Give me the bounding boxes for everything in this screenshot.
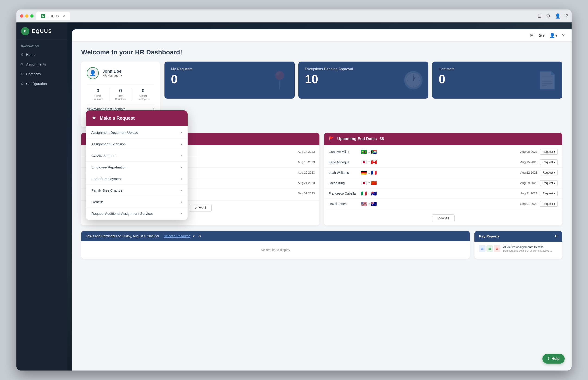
table-icon[interactable]: ▦ (486, 245, 493, 252)
upcoming-end-body: Gustave Miller 🇧🇷to🇿🇦 Aug 08 2023 Reques… (324, 145, 562, 211)
tasks-section: Tasks and Reminders on Friday, August 4,… (81, 231, 470, 259)
maximize-dot[interactable] (30, 14, 34, 18)
minimize-dot[interactable] (25, 14, 28, 18)
request-button[interactable]: Request ▾ (540, 159, 558, 165)
nav-label: NAVIGATION (17, 40, 67, 50)
request-menu-item-doc-upload[interactable]: Assignment Document Upload › (86, 127, 188, 138)
request-button[interactable]: Request ▾ (540, 180, 558, 186)
request-menu-item-generic[interactable]: Generic › (86, 196, 188, 208)
chevron-right-icon: › (181, 142, 182, 147)
make-request-header: ✦ Make a Request (86, 110, 188, 126)
document-icon: 📄 (537, 70, 558, 90)
filter-header-icon[interactable]: ⊟ (530, 33, 534, 38)
reports-body: ⊞ ▦ ⊠ All Active Assignments Details Dem… (475, 242, 562, 256)
sidebar: E EQUUS NAVIGATION ⎋ Home ⎋ Assignments … (17, 22, 67, 371)
browser-dots (20, 14, 34, 18)
company-icon: ⎋ (21, 72, 23, 76)
metric-card-my-requests[interactable]: My Requests 0 📍 (165, 61, 295, 99)
stat-home-countries: 0 HomeCountries (87, 88, 110, 101)
help-icon[interactable]: ? (565, 13, 568, 19)
sidebar-item-home-label: Home (26, 53, 35, 57)
list-item: ⊞ ▦ ⊠ All Active Assignments Details Dem… (479, 245, 558, 252)
make-request-body: Assignment Document Upload › Assignment … (86, 126, 188, 220)
view-all-end-row: View All (324, 211, 562, 225)
request-menu-item-end-of-employment[interactable]: End of Employment › (86, 173, 188, 185)
table-row: Gustave Miller 🇧🇷to🇿🇦 Aug 08 2023 Reques… (324, 147, 562, 157)
table-row: Francesco Cabella 🇮🇹to🇦🇺 Aug 31 2023 Req… (324, 188, 562, 199)
tasks-settings-icon[interactable]: ⚙ (198, 234, 201, 238)
flag-icon: 🚩 (329, 136, 334, 142)
help-circle-icon: ? (548, 357, 550, 361)
make-request-overlay: ✦ Make a Request Assignment Document Upl… (86, 110, 188, 220)
request-button[interactable]: Request ▾ (540, 201, 558, 207)
page-title: Welcome to your HR Dashboard! (81, 49, 562, 56)
configuration-icon: ⎋ (21, 81, 23, 86)
clock-icon: 🕐 (403, 70, 424, 90)
tasks-body: No results to display (81, 241, 470, 259)
pdf-icon[interactable]: ⊠ (494, 245, 500, 252)
request-button[interactable]: Request ▾ (540, 170, 558, 175)
sidebar-item-configuration-label: Configuration (26, 82, 47, 86)
table-row: Hazel Jones 🇺🇸to🇦🇺 Sep 01 2023 Request ▾ (324, 199, 562, 209)
request-menu-item-extension[interactable]: Assignment Extension › (86, 138, 188, 150)
metric-card-exceptions[interactable]: Exceptions Pending Approval 10 🕐 (298, 61, 429, 99)
bottom-row: Tasks and Reminders on Friday, August 4,… (81, 231, 562, 259)
make-request-icon: ✦ (91, 114, 96, 122)
view-all-end-button[interactable]: View All (432, 214, 455, 222)
user-info: 👤 John Doe HR Manager ▾ (87, 67, 154, 79)
chevron-right-icon: › (181, 165, 182, 170)
logo-text: EQUUS (32, 28, 52, 34)
tasks-header: Tasks and Reminders on Friday, August 4,… (81, 231, 470, 241)
location-pin-icon: 📍 (269, 70, 290, 90)
upcoming-end-section: 🚩 Upcoming End Dates 38 Gustave Miller 🇧… (324, 133, 562, 225)
select-resource-link[interactable]: Select a Resource (164, 234, 190, 238)
stat-host-countries: 0 HostCountries (110, 88, 132, 101)
stat-global-employees: 0 GlobalEmployees (132, 88, 154, 101)
sidebar-item-company-label: Company (26, 72, 41, 76)
chevron-right-icon: › (181, 211, 182, 216)
user-menu-icon[interactable]: 👤 (555, 13, 561, 19)
chevron-right-icon: › (181, 130, 182, 135)
chevron-right-icon: › (181, 199, 182, 204)
reports-header: Key Reports ↻ (475, 231, 562, 242)
close-dot[interactable] (20, 14, 23, 18)
request-button[interactable]: Request ▾ (540, 191, 558, 196)
browser-tab[interactable]: E EQUUS × (36, 12, 70, 20)
upcoming-end-header: 🚩 Upcoming End Dates 38 (324, 133, 562, 145)
sidebar-item-assignments[interactable]: ⎋ Assignments (17, 59, 67, 69)
chevron-right-icon: › (181, 176, 182, 181)
request-menu-item-additional-services[interactable]: Request Additional Assignment Services › (86, 208, 188, 219)
browser-window: E EQUUS × ⊟ ⚙ 👤 ? E EQUUS NAVIGATION ⎋ H… (17, 9, 571, 371)
table-row: Jacob King 🇯🇵to🇨🇳 Aug 29 2023 Request ▾ (324, 178, 562, 188)
filter-icon[interactable]: ⊟ (538, 13, 541, 19)
settings-header-icon[interactable]: ⚙▾ (538, 33, 545, 38)
logo-icon: E (21, 27, 29, 35)
sidebar-item-assignments-label: Assignments (26, 62, 46, 66)
user-header-icon[interactable]: 👤▾ (549, 33, 557, 38)
refresh-icon[interactable]: ↻ (555, 234, 558, 238)
tab-favicon: E (41, 14, 45, 18)
window-icon[interactable]: ⊞ (479, 245, 486, 252)
help-header-icon[interactable]: ? (562, 33, 565, 38)
table-row: Leah Williams 🇩🇪to🇫🇷 Aug 22 2023 Request… (324, 168, 562, 178)
sidebar-item-home[interactable]: ⎋ Home (17, 50, 67, 59)
role-dropdown-icon[interactable]: ▾ (121, 74, 122, 77)
browser-toolbar-icons: ⊟ ⚙ 👤 ? (538, 13, 568, 19)
view-all-start-button[interactable]: View All (189, 204, 212, 212)
app-container: E EQUUS NAVIGATION ⎋ Home ⎋ Assignments … (17, 22, 571, 371)
request-menu-item-family-size[interactable]: Family Size Change › (86, 185, 188, 196)
sidebar-item-configuration[interactable]: ⎋ Configuration (17, 79, 67, 88)
sidebar-item-company[interactable]: ⎋ Company (17, 69, 67, 79)
metric-cards: My Requests 0 📍 Exceptions Pending Appro… (165, 61, 562, 99)
tab-close-button[interactable]: × (63, 14, 65, 18)
request-button[interactable]: Request ▾ (540, 149, 558, 155)
sidebar-logo: E EQUUS (17, 22, 67, 40)
settings-icon[interactable]: ⚙ (546, 13, 550, 19)
user-name: John Doe (102, 69, 122, 74)
avatar: 👤 (87, 67, 99, 79)
help-button[interactable]: ? Help (542, 354, 565, 363)
metric-card-contracts[interactable]: Contracts 0 📄 (432, 61, 562, 99)
table-row: Katie Minogue 🇯🇵to🇨🇦 Aug 15 2023 Request… (324, 157, 562, 168)
request-menu-item-repatriation[interactable]: Employee Repatriation › (86, 162, 188, 173)
request-menu-item-covid[interactable]: COVID Support › (86, 150, 188, 162)
